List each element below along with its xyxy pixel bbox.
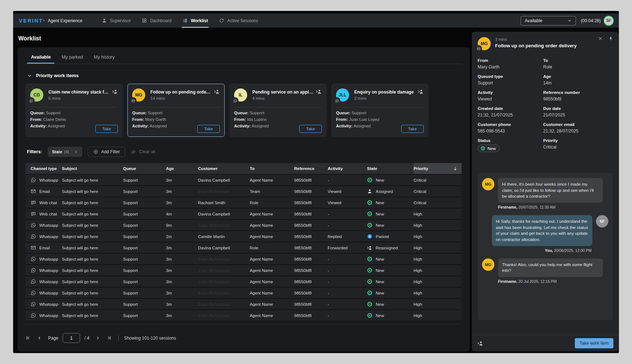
table-row[interactable]: Web chat Subject will go here Support 4m… xyxy=(25,209,462,220)
col-queue[interactable]: Queue xyxy=(123,166,166,171)
cell-state: Reassigned xyxy=(376,246,398,250)
take-button[interactable]: Take xyxy=(299,125,322,133)
status-badge: New xyxy=(478,145,500,152)
take-work-item-button[interactable]: Take work item xyxy=(575,338,613,348)
priority-work-item-card[interactable]: MG Follow up on pending order delivery 1… xyxy=(127,84,225,137)
cell-channel-type: Whatsapp xyxy=(39,178,58,182)
field-value: 21/07/2025 xyxy=(543,112,613,118)
col-reference[interactable]: Reference xyxy=(294,166,328,171)
assign-icon[interactable] xyxy=(316,88,322,95)
agent-status-value: Available xyxy=(525,18,542,23)
cell-activity: Replied xyxy=(328,234,367,239)
add-filter-button[interactable]: Add Filter xyxy=(88,147,125,157)
priority-section-header[interactable]: Priority work items xyxy=(27,73,462,78)
cell-customer: Evan Richardson xyxy=(198,189,250,194)
table-row[interactable]: Whatsapp Subject will go here Support 3m… xyxy=(25,299,462,310)
table-row[interactable]: Whatsapp Subject will go here Support 3m… xyxy=(25,175,462,186)
agent-status-select[interactable]: Available xyxy=(521,16,576,25)
col-state[interactable]: State xyxy=(367,166,414,171)
nav-item-dashboard[interactable]: Dashboard xyxy=(136,13,177,28)
page-number-input[interactable] xyxy=(63,333,80,343)
clear-all-label: Clear all xyxy=(139,149,155,154)
cell-customer: Davina Campbell xyxy=(198,212,250,216)
table-row[interactable]: Email Subject will go here Support 3m Da… xyxy=(25,242,462,254)
table-row[interactable]: Whatsapp Subject will go here Support 3m… xyxy=(25,254,462,265)
take-button[interactable]: Take xyxy=(95,125,118,133)
cell-activity: - xyxy=(328,223,367,228)
priority-work-item-card[interactable]: CD Claim new chimney stack for kit.. 6 m… xyxy=(25,84,123,137)
field-label: Priority xyxy=(543,138,613,143)
detail-field: Reference number 98550bf8 xyxy=(543,90,613,102)
priority-work-item-card[interactable]: JLL Enquiry on possible damage 2 mins Qu… xyxy=(331,84,428,137)
cell-customer: Evan Richardson xyxy=(198,302,250,306)
cell-activity: - xyxy=(328,212,367,216)
col-channel-type[interactable]: Channel type xyxy=(25,166,62,171)
next-page-icon[interactable] xyxy=(95,335,100,341)
assign-icon[interactable] xyxy=(112,88,118,95)
cell-age: 3m xyxy=(166,268,198,273)
table-row[interactable]: Whatsapp Subject will go here Support 3m… xyxy=(25,310,462,321)
card-divider xyxy=(234,107,322,107)
user-avatar[interactable]: SF xyxy=(604,16,613,25)
cell-state: Assigned xyxy=(376,189,393,194)
detail-panel-header: MG 3 mins Follow up on pending order del… xyxy=(472,32,619,51)
close-panel-icon[interactable] xyxy=(598,36,603,41)
last-page-icon[interactable] xyxy=(106,335,112,341)
cell-age: 3m xyxy=(166,189,198,194)
table-row[interactable]: Whatsapp Subject will go here Support 3m… xyxy=(25,288,462,299)
nav-item-worklist[interactable]: Worklist xyxy=(177,13,213,28)
take-button[interactable]: Take xyxy=(401,125,424,133)
nav-label: Active Sessions xyxy=(227,18,258,23)
clear-all-button[interactable]: Clear all xyxy=(131,149,155,155)
cell-customer: Davina Campbell xyxy=(198,246,250,250)
col-priority-sorted[interactable]: Priority xyxy=(414,163,462,174)
col-to[interactable]: To xyxy=(250,166,294,171)
field-label: Age xyxy=(543,74,613,79)
col-customer[interactable]: Customer xyxy=(198,166,250,171)
cell-subject: Subject will go here xyxy=(62,223,123,228)
table-row[interactable]: Whatsapp Subject will go here Support 2m… xyxy=(25,231,462,242)
remove-filter-icon[interactable] xyxy=(74,150,78,154)
nav-item-supervisor[interactable]: Supervisor xyxy=(96,13,136,28)
table-row[interactable]: Whatsapp Subject will go here Support 3m… xyxy=(25,276,462,288)
col-activity[interactable]: Activity xyxy=(328,166,367,171)
assign-icon[interactable] xyxy=(477,340,483,347)
cell-priority: High xyxy=(414,280,462,284)
col-subject[interactable]: Subject xyxy=(62,166,123,171)
cell-age: 3m xyxy=(166,257,198,261)
from-row: From: Mary Garth xyxy=(132,117,220,122)
filter-chip-state[interactable]: State (4) xyxy=(48,147,82,157)
work-item-title: Enquiry on possible damage xyxy=(354,88,414,95)
table-row[interactable]: Whatsapp Subject will go here Support 9m… xyxy=(25,220,462,231)
channel-icon xyxy=(31,189,36,194)
field-value: Role xyxy=(543,64,613,70)
cell-priority: Critical xyxy=(414,189,462,194)
cell-to: Role xyxy=(250,201,294,205)
cell-reference: 98550bf8 xyxy=(294,291,328,295)
queue-row: Queue: Support xyxy=(30,111,118,115)
channel-icon xyxy=(31,279,36,284)
previous-page-icon[interactable] xyxy=(37,335,42,341)
state-icon xyxy=(367,177,372,183)
tab-available[interactable]: Available xyxy=(25,51,56,64)
cell-channel-type: Whatsapp xyxy=(39,234,58,239)
table-row[interactable]: Whatsapp Subject will go here Support 3m… xyxy=(25,265,462,276)
first-page-icon[interactable] xyxy=(25,335,31,341)
table-row[interactable]: Email Subject will go here Support 3m Ev… xyxy=(25,186,462,197)
nav-item-active-sessions[interactable]: Active Sessions xyxy=(213,13,264,28)
cell-queue: Support xyxy=(123,234,166,239)
detail-field: To Role xyxy=(543,58,613,70)
priority-work-item-card[interactable]: IL Pending service on an appliance 4 min… xyxy=(229,84,327,137)
tab-my-history[interactable]: My history xyxy=(88,51,120,64)
assign-icon[interactable] xyxy=(418,88,424,95)
pin-panel-icon[interactable] xyxy=(608,36,613,41)
take-button[interactable]: Take xyxy=(197,125,220,133)
detail-field: Due date 21/07/2025 xyxy=(543,106,613,118)
conversation-history[interactable]: MG Hi there, it's been four weeks since … xyxy=(478,173,613,320)
tab-my-parked[interactable]: My parked xyxy=(56,51,88,64)
table-row[interactable]: Web chat Subject will go here Support 3m… xyxy=(25,197,462,209)
detail-field: Created date 21:32, 21/07/2025 xyxy=(478,106,537,118)
col-age[interactable]: Age xyxy=(166,166,198,171)
chat-message: MG Thanks! Also, could you help me with … xyxy=(482,258,608,284)
assign-icon[interactable] xyxy=(214,88,220,95)
